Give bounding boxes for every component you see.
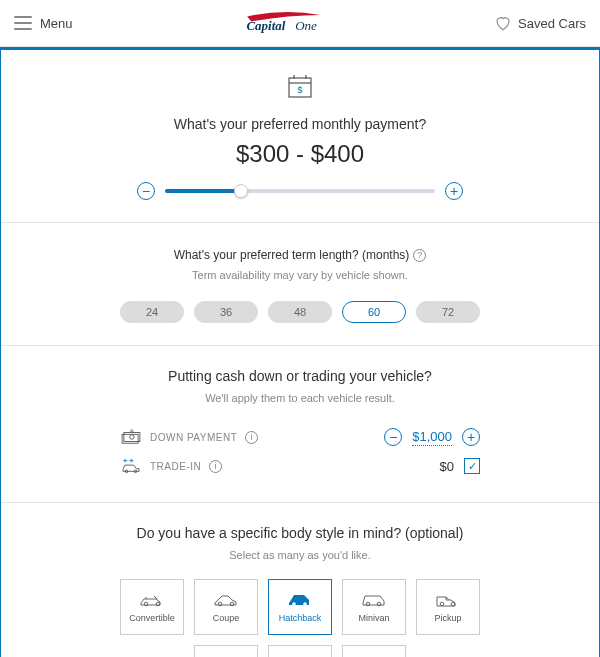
capital-one-logo: Capital One [235,10,333,36]
trade-in-checkbox[interactable]: ✓ [464,458,480,474]
term-pill-48[interactable]: 48 [268,301,332,323]
car-convertible-icon [135,591,169,607]
term-question: What's your preferred term length? (mont… [174,248,427,262]
down-payment-value[interactable]: $1,000 [412,429,452,446]
cash-hint: We'll apply them to each vehicle result. [21,392,579,404]
svg-text:$: $ [297,85,302,95]
main-panel: $ What's your preferred monthly payment?… [0,47,600,657]
menu-button[interactable]: Menu [14,16,73,31]
term-pill-36[interactable]: 36 [194,301,258,323]
svg-point-16 [292,602,296,606]
slider-fill [165,189,241,193]
body-question: Do you have a specific body style in min… [21,525,579,541]
body-card-placeholder[interactable] [268,645,332,657]
trade-in-label: TRADE-IN [150,461,201,472]
car-pickup-icon [431,591,465,607]
down-minus-button[interactable]: − [384,428,402,446]
payment-minus-button[interactable]: − [137,182,155,200]
slider-thumb[interactable] [234,184,248,198]
svg-point-21 [451,602,455,606]
payment-section: $ What's your preferred monthly payment?… [1,50,599,223]
body-card-hatchback[interactable]: Hatchback [268,579,332,635]
payment-range-value: $300 - $400 [21,140,579,168]
body-card-label: Minivan [358,613,389,623]
saved-cars-button[interactable]: Saved Cars [494,14,586,32]
help-icon[interactable]: i [245,431,258,444]
trade-in-label-group: TRADE-IN i [120,458,222,474]
body-card-pickup[interactable]: Pickup [416,579,480,635]
body-hint: Select as many as you'd like. [21,549,579,561]
body-style-grid-row2 [110,645,490,657]
cash-section: Putting cash down or trading your vehicl… [1,346,599,503]
body-card-placeholder[interactable] [342,645,406,657]
hamburger-icon [14,16,32,30]
body-card-convertible[interactable]: Convertible [120,579,184,635]
cash-title: Putting cash down or trading your vehicl… [21,368,579,384]
payment-slider-row: − + [21,182,579,200]
down-payment-label: DOWN PAYMENT [150,432,237,443]
body-card-label: Coupe [213,613,240,623]
body-card-label: Convertible [129,613,175,623]
calendar-dollar-icon: $ [286,72,314,100]
body-style-grid: ConvertibleCoupeHatchbackMinivanPickup [110,579,490,635]
help-icon[interactable]: ? [413,249,426,262]
svg-point-9 [130,435,134,439]
body-card-coupe[interactable]: Coupe [194,579,258,635]
down-payment-control: − $1,000 + [384,428,480,446]
payment-slider[interactable] [165,189,435,193]
trade-in-value: $0 [440,459,454,474]
trade-in-row: TRADE-IN i $0 ✓ [120,452,480,480]
menu-label: Menu [40,16,73,31]
top-header: Menu Capital One Saved Cars [0,0,600,47]
payment-plus-button[interactable]: + [445,182,463,200]
car-hatchback-icon [283,591,317,607]
cash-stack-icon [120,429,142,445]
term-hint: Term availability may vary by vehicle sh… [21,269,579,281]
term-section: What's your preferred term length? (mont… [1,223,599,346]
body-card-label: Pickup [434,613,461,623]
term-pill-72[interactable]: 72 [416,301,480,323]
trade-in-car-icon [120,458,142,474]
term-pill-60[interactable]: 60 [342,301,406,323]
term-pills: 2436486072 [21,301,579,323]
car-coupe-icon [209,591,243,607]
help-icon[interactable]: i [209,460,222,473]
down-payment-row: DOWN PAYMENT i − $1,000 + [120,422,480,452]
svg-text:One: One [295,18,317,33]
body-style-section: Do you have a specific body style in min… [1,503,599,657]
svg-point-20 [440,602,444,606]
down-plus-button[interactable]: + [462,428,480,446]
car-minivan-icon [357,591,391,607]
body-card-label: Hatchback [279,613,322,623]
body-card-placeholder[interactable] [194,645,258,657]
body-card-minivan[interactable]: Minivan [342,579,406,635]
svg-point-17 [303,602,307,606]
term-pill-24[interactable]: 24 [120,301,184,323]
saved-label: Saved Cars [518,16,586,31]
down-payment-label-group: DOWN PAYMENT i [120,429,258,445]
trade-in-control: $0 ✓ [440,458,480,474]
svg-rect-8 [124,433,140,442]
heart-icon [494,14,512,32]
payment-question: What's your preferred monthly payment? [21,116,579,132]
svg-text:Capital: Capital [246,18,285,33]
